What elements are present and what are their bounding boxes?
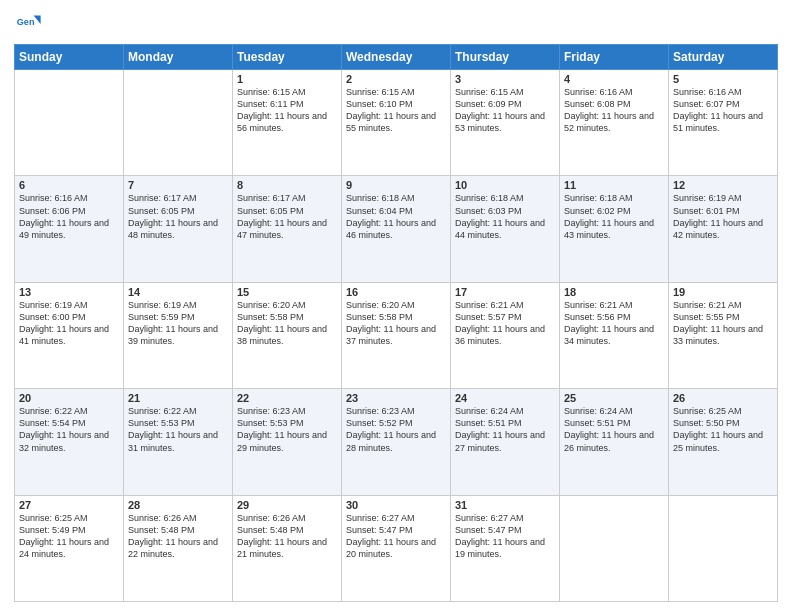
day-info: Sunrise: 6:21 AM Sunset: 5:56 PM Dayligh… [564,299,664,348]
day-info: Sunrise: 6:27 AM Sunset: 5:47 PM Dayligh… [455,512,555,561]
day-number: 8 [237,179,337,191]
week-row-5: 27Sunrise: 6:25 AM Sunset: 5:49 PM Dayli… [15,495,778,601]
week-row-4: 20Sunrise: 6:22 AM Sunset: 5:54 PM Dayli… [15,389,778,495]
day-info: Sunrise: 6:20 AM Sunset: 5:58 PM Dayligh… [237,299,337,348]
day-info: Sunrise: 6:17 AM Sunset: 6:05 PM Dayligh… [128,192,228,241]
day-number: 21 [128,392,228,404]
calendar-cell: 5Sunrise: 6:16 AM Sunset: 6:07 PM Daylig… [669,70,778,176]
day-info: Sunrise: 6:21 AM Sunset: 5:55 PM Dayligh… [673,299,773,348]
day-info: Sunrise: 6:21 AM Sunset: 5:57 PM Dayligh… [455,299,555,348]
calendar-cell: 8Sunrise: 6:17 AM Sunset: 6:05 PM Daylig… [233,176,342,282]
day-info: Sunrise: 6:20 AM Sunset: 5:58 PM Dayligh… [346,299,446,348]
header: Gen [14,10,778,38]
calendar-cell: 31Sunrise: 6:27 AM Sunset: 5:47 PM Dayli… [451,495,560,601]
day-number: 1 [237,73,337,85]
calendar-cell: 21Sunrise: 6:22 AM Sunset: 5:53 PM Dayli… [124,389,233,495]
day-number: 7 [128,179,228,191]
day-number: 30 [346,499,446,511]
day-info: Sunrise: 6:24 AM Sunset: 5:51 PM Dayligh… [455,405,555,454]
day-number: 9 [346,179,446,191]
day-number: 25 [564,392,664,404]
day-info: Sunrise: 6:16 AM Sunset: 6:08 PM Dayligh… [564,86,664,135]
calendar-cell: 3Sunrise: 6:15 AM Sunset: 6:09 PM Daylig… [451,70,560,176]
day-info: Sunrise: 6:22 AM Sunset: 5:54 PM Dayligh… [19,405,119,454]
weekday-header-friday: Friday [560,45,669,70]
day-info: Sunrise: 6:18 AM Sunset: 6:03 PM Dayligh… [455,192,555,241]
weekday-header-monday: Monday [124,45,233,70]
calendar-cell: 27Sunrise: 6:25 AM Sunset: 5:49 PM Dayli… [15,495,124,601]
day-info: Sunrise: 6:25 AM Sunset: 5:49 PM Dayligh… [19,512,119,561]
day-number: 3 [455,73,555,85]
day-info: Sunrise: 6:16 AM Sunset: 6:06 PM Dayligh… [19,192,119,241]
calendar-cell: 19Sunrise: 6:21 AM Sunset: 5:55 PM Dayli… [669,282,778,388]
day-info: Sunrise: 6:15 AM Sunset: 6:09 PM Dayligh… [455,86,555,135]
day-info: Sunrise: 6:18 AM Sunset: 6:04 PM Dayligh… [346,192,446,241]
day-number: 14 [128,286,228,298]
day-info: Sunrise: 6:26 AM Sunset: 5:48 PM Dayligh… [237,512,337,561]
day-info: Sunrise: 6:15 AM Sunset: 6:10 PM Dayligh… [346,86,446,135]
calendar-cell [669,495,778,601]
calendar-cell: 12Sunrise: 6:19 AM Sunset: 6:01 PM Dayli… [669,176,778,282]
day-info: Sunrise: 6:19 AM Sunset: 6:00 PM Dayligh… [19,299,119,348]
day-number: 13 [19,286,119,298]
calendar-cell: 7Sunrise: 6:17 AM Sunset: 6:05 PM Daylig… [124,176,233,282]
calendar-cell: 9Sunrise: 6:18 AM Sunset: 6:04 PM Daylig… [342,176,451,282]
day-number: 16 [346,286,446,298]
calendar-cell: 22Sunrise: 6:23 AM Sunset: 5:53 PM Dayli… [233,389,342,495]
day-number: 5 [673,73,773,85]
calendar-cell: 11Sunrise: 6:18 AM Sunset: 6:02 PM Dayli… [560,176,669,282]
calendar-cell: 15Sunrise: 6:20 AM Sunset: 5:58 PM Dayli… [233,282,342,388]
day-number: 19 [673,286,773,298]
day-number: 31 [455,499,555,511]
day-info: Sunrise: 6:25 AM Sunset: 5:50 PM Dayligh… [673,405,773,454]
day-info: Sunrise: 6:15 AM Sunset: 6:11 PM Dayligh… [237,86,337,135]
calendar-table: SundayMondayTuesdayWednesdayThursdayFrid… [14,44,778,602]
week-row-2: 6Sunrise: 6:16 AM Sunset: 6:06 PM Daylig… [15,176,778,282]
day-info: Sunrise: 6:17 AM Sunset: 6:05 PM Dayligh… [237,192,337,241]
day-info: Sunrise: 6:19 AM Sunset: 5:59 PM Dayligh… [128,299,228,348]
day-number: 4 [564,73,664,85]
day-number: 26 [673,392,773,404]
calendar-cell: 20Sunrise: 6:22 AM Sunset: 5:54 PM Dayli… [15,389,124,495]
day-info: Sunrise: 6:26 AM Sunset: 5:48 PM Dayligh… [128,512,228,561]
calendar-cell: 17Sunrise: 6:21 AM Sunset: 5:57 PM Dayli… [451,282,560,388]
day-number: 2 [346,73,446,85]
calendar-cell: 29Sunrise: 6:26 AM Sunset: 5:48 PM Dayli… [233,495,342,601]
day-info: Sunrise: 6:22 AM Sunset: 5:53 PM Dayligh… [128,405,228,454]
day-number: 10 [455,179,555,191]
weekday-header-saturday: Saturday [669,45,778,70]
day-number: 20 [19,392,119,404]
week-row-3: 13Sunrise: 6:19 AM Sunset: 6:00 PM Dayli… [15,282,778,388]
day-info: Sunrise: 6:27 AM Sunset: 5:47 PM Dayligh… [346,512,446,561]
day-number: 15 [237,286,337,298]
calendar-cell: 6Sunrise: 6:16 AM Sunset: 6:06 PM Daylig… [15,176,124,282]
day-number: 22 [237,392,337,404]
svg-text:Gen: Gen [17,17,35,27]
calendar-cell: 23Sunrise: 6:23 AM Sunset: 5:52 PM Dayli… [342,389,451,495]
day-number: 27 [19,499,119,511]
week-row-1: 1Sunrise: 6:15 AM Sunset: 6:11 PM Daylig… [15,70,778,176]
calendar-cell: 13Sunrise: 6:19 AM Sunset: 6:00 PM Dayli… [15,282,124,388]
weekday-header-sunday: Sunday [15,45,124,70]
calendar-cell: 1Sunrise: 6:15 AM Sunset: 6:11 PM Daylig… [233,70,342,176]
calendar-cell [560,495,669,601]
day-number: 17 [455,286,555,298]
calendar-cell [15,70,124,176]
calendar-cell: 30Sunrise: 6:27 AM Sunset: 5:47 PM Dayli… [342,495,451,601]
calendar-cell: 18Sunrise: 6:21 AM Sunset: 5:56 PM Dayli… [560,282,669,388]
weekday-header-wednesday: Wednesday [342,45,451,70]
day-number: 6 [19,179,119,191]
calendar-cell: 16Sunrise: 6:20 AM Sunset: 5:58 PM Dayli… [342,282,451,388]
weekday-header-thursday: Thursday [451,45,560,70]
calendar-cell: 14Sunrise: 6:19 AM Sunset: 5:59 PM Dayli… [124,282,233,388]
day-info: Sunrise: 6:23 AM Sunset: 5:53 PM Dayligh… [237,405,337,454]
logo: Gen [14,10,46,38]
day-info: Sunrise: 6:18 AM Sunset: 6:02 PM Dayligh… [564,192,664,241]
day-info: Sunrise: 6:24 AM Sunset: 5:51 PM Dayligh… [564,405,664,454]
calendar-cell: 26Sunrise: 6:25 AM Sunset: 5:50 PM Dayli… [669,389,778,495]
calendar-cell: 2Sunrise: 6:15 AM Sunset: 6:10 PM Daylig… [342,70,451,176]
calendar-cell: 4Sunrise: 6:16 AM Sunset: 6:08 PM Daylig… [560,70,669,176]
logo-icon: Gen [14,10,42,38]
calendar-cell: 28Sunrise: 6:26 AM Sunset: 5:48 PM Dayli… [124,495,233,601]
day-info: Sunrise: 6:23 AM Sunset: 5:52 PM Dayligh… [346,405,446,454]
